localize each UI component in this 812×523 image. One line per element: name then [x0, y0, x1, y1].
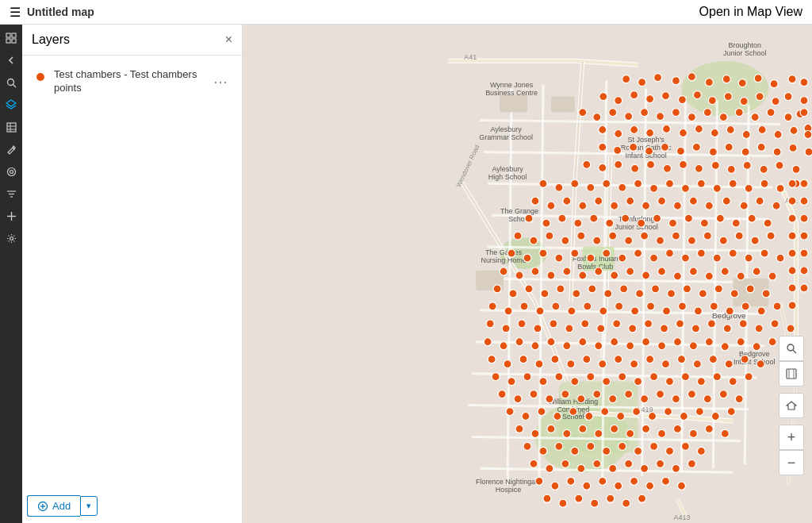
svg-point-240	[642, 271, 650, 279]
svg-point-117	[790, 127, 798, 135]
svg-point-456	[800, 232, 808, 240]
svg-point-119	[599, 143, 607, 151]
svg-point-141	[711, 161, 719, 169]
svg-point-355	[681, 373, 689, 381]
svg-point-445	[788, 179, 796, 187]
sidebar-item-table[interactable]	[1, 117, 21, 137]
svg-point-288	[518, 320, 526, 328]
svg-point-202	[609, 232, 617, 240]
svg-point-18	[10, 237, 13, 240]
svg-point-330	[567, 360, 575, 368]
svg-point-252	[541, 290, 549, 298]
svg-point-121	[630, 143, 638, 151]
add-layer-button[interactable]: Add	[27, 495, 80, 517]
sidebar-item-grid[interactable]	[1, 28, 21, 48]
svg-point-127	[725, 143, 733, 151]
svg-point-318	[673, 338, 681, 346]
svg-point-305	[787, 325, 795, 333]
svg-point-151	[603, 179, 611, 187]
svg-point-304	[771, 320, 779, 328]
svg-point-349	[587, 373, 595, 381]
svg-point-276	[631, 307, 639, 315]
svg-point-402	[689, 429, 697, 437]
svg-point-291	[565, 325, 573, 333]
svg-point-373	[703, 395, 711, 403]
svg-point-137	[647, 160, 655, 168]
svg-point-412	[634, 447, 642, 455]
map-ctrl-group-zoom: + −	[779, 425, 804, 475]
svg-point-123	[661, 143, 669, 151]
map-home-button[interactable]	[779, 393, 804, 418]
add-layer-dropdown-button[interactable]: ▾	[80, 496, 98, 516]
svg-point-267	[488, 302, 496, 310]
svg-point-287	[502, 325, 510, 333]
svg-point-248	[768, 272, 776, 280]
svg-point-352	[634, 378, 642, 386]
svg-point-262	[699, 290, 707, 298]
svg-point-382	[601, 408, 609, 416]
svg-point-157	[697, 179, 705, 187]
svg-point-135	[615, 160, 622, 168]
hamburger-icon[interactable]: ☰	[10, 5, 21, 20]
svg-point-348	[571, 378, 579, 386]
map-screen-button[interactable]	[779, 361, 804, 386]
svg-point-203	[625, 237, 633, 244]
svg-point-90	[579, 109, 587, 117]
svg-point-401	[673, 425, 681, 433]
map-zoom-out-button[interactable]: −	[779, 450, 804, 475]
map-area[interactable]: A41 A41 A413 A413 A419 Wynne Jones Busin…	[243, 25, 812, 523]
svg-point-396	[595, 429, 603, 437]
svg-point-362	[530, 390, 538, 398]
svg-point-98	[703, 109, 711, 117]
svg-text:Junior School: Junior School	[723, 49, 766, 57]
sidebar-item-settings[interactable]	[1, 228, 21, 248]
svg-point-289	[534, 325, 542, 333]
svg-point-118	[804, 131, 812, 139]
add-layer-row: Add ▾	[22, 489, 242, 523]
svg-point-455	[800, 214, 808, 222]
sidebar-item-style[interactable]	[1, 161, 21, 182]
svg-point-86	[724, 93, 732, 101]
svg-point-404	[721, 429, 729, 437]
svg-point-115	[758, 126, 766, 134]
svg-text:Junior School: Junior School	[615, 223, 657, 231]
svg-point-256	[604, 290, 612, 298]
sidebar-item-search[interactable]	[1, 72, 21, 93]
svg-point-93	[625, 113, 633, 121]
svg-point-439	[559, 499, 567, 507]
svg-point-303	[755, 325, 763, 333]
svg-point-270	[536, 307, 544, 315]
svg-point-317	[658, 342, 666, 350]
svg-point-178	[756, 197, 764, 205]
svg-point-347	[555, 373, 563, 381]
svg-text:Business Centre: Business Centre	[485, 89, 538, 97]
layers-close-button[interactable]: ×	[225, 33, 232, 47]
sidebar-item-plus[interactable]	[1, 206, 21, 226]
svg-point-217	[571, 249, 579, 257]
svg-point-365	[577, 395, 585, 403]
layer-more-button[interactable]: ⋯	[210, 71, 231, 92]
sidebar-item-back[interactable]	[1, 50, 21, 71]
svg-point-375	[735, 395, 743, 403]
svg-point-376	[506, 408, 514, 416]
svg-text:Hospice: Hospice	[496, 486, 521, 494]
map-search-button[interactable]	[779, 336, 804, 361]
layer-item[interactable]: Test chambers - Test chambers points ⋯	[29, 62, 236, 102]
open-map-view-button[interactable]: Open in Map View	[699, 5, 802, 19]
svg-text:Aylesbury: Aylesbury	[490, 125, 522, 133]
svg-point-433	[615, 482, 622, 490]
map-zoom-in-button[interactable]: +	[779, 425, 804, 450]
svg-point-354	[666, 378, 674, 386]
svg-point-453	[800, 179, 808, 187]
svg-point-353	[650, 373, 658, 381]
sidebar-item-layers[interactable]	[1, 94, 21, 115]
svg-point-249	[493, 285, 501, 293]
svg-text:William Harding: William Harding	[548, 398, 598, 406]
map-controls: + −	[779, 336, 804, 475]
sidebar-item-edit[interactable]	[1, 139, 21, 160]
sidebar-item-filter[interactable]	[1, 183, 21, 204]
svg-point-386	[665, 408, 672, 416]
svg-point-368	[625, 390, 633, 398]
svg-point-408	[571, 447, 579, 455]
svg-point-345	[523, 373, 531, 381]
